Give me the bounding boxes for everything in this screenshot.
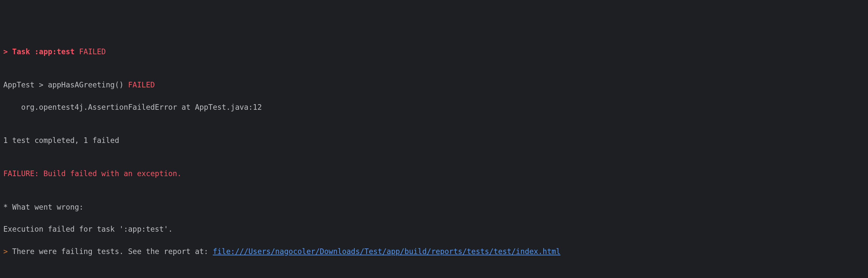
error-detail-line: org.opentest4j.AssertionFailedError at A… <box>3 102 865 113</box>
task-label: Task :app:test <box>12 47 75 56</box>
execution-failed-line: Execution failed for task ':app:test'. <box>3 224 865 235</box>
arrow-prefix: > <box>3 247 12 256</box>
test-result-line: AppTest > appHasAGreeting() FAILED <box>3 79 865 91</box>
test-summary-line: 1 test completed, 1 failed <box>3 135 865 146</box>
task-prefix: > <box>3 47 12 56</box>
failing-tests-line: > There were failing tests. See the repo… <box>3 246 865 257</box>
task-status: FAILED <box>75 47 106 56</box>
test-status: FAILED <box>128 80 155 89</box>
failing-tests-text: There were failing tests. See the report… <box>12 247 213 256</box>
report-link[interactable]: file:///Users/nagocoler/Downloads/Test/a… <box>213 247 561 256</box>
what-went-wrong-header: * What went wrong: <box>3 202 865 213</box>
failure-header-line: FAILURE: Build failed with an exception. <box>3 168 865 179</box>
terminal-output: > Task :app:test FAILED AppTest > appHas… <box>3 46 865 278</box>
task-header-line: > Task :app:test FAILED <box>3 46 865 58</box>
test-name: AppTest > appHasAGreeting() <box>3 80 128 89</box>
